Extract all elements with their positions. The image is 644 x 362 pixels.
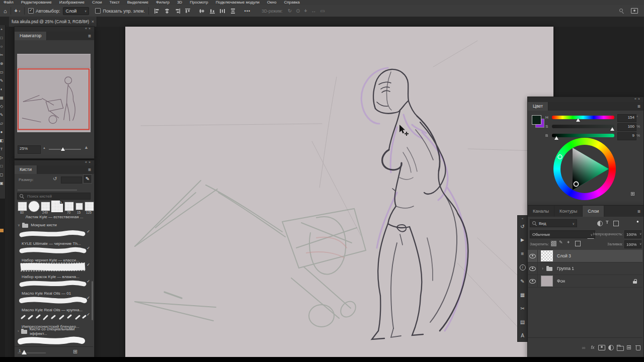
search-icon[interactable] bbox=[619, 9, 624, 13]
brightness-value-field[interactable]: 9 bbox=[617, 132, 636, 140]
distribute-h-button[interactable] bbox=[219, 8, 225, 14]
brush-tile[interactable] bbox=[85, 202, 94, 211]
opacity-field[interactable]: 100% bbox=[624, 230, 641, 238]
brush-angle-thumb[interactable] bbox=[22, 350, 27, 354]
filter-shape-layers-icon[interactable] bbox=[613, 221, 619, 226]
saturation-value-field[interactable]: 100 bbox=[617, 123, 636, 131]
hue-slider[interactable] bbox=[552, 116, 614, 119]
lock-artboard-icon[interactable] bbox=[575, 241, 581, 246]
lock-transparency-icon[interactable] bbox=[551, 241, 556, 246]
brush-item[interactable]: ✓ Масло Kyle Real Oils — крупна... bbox=[15, 295, 93, 311]
align-middle-v-button[interactable] bbox=[199, 8, 205, 14]
tab-navigator[interactable]: Навигатор bbox=[15, 32, 47, 40]
saturation-slider-thumb[interactable] bbox=[610, 127, 614, 131]
hue-slider-thumb[interactable] bbox=[576, 118, 580, 122]
move-tool-icon[interactable]: + bbox=[15, 8, 18, 14]
zoom-in-mountain-icon[interactable]: ▲ bbox=[84, 145, 89, 150]
tab-brushes[interactable]: Кисти bbox=[15, 165, 37, 174]
saturation-slider[interactable] bbox=[552, 125, 614, 128]
canvas-artboard[interactable] bbox=[125, 27, 553, 357]
close-icon[interactable]: × bbox=[638, 97, 641, 101]
menu-plugins[interactable]: Подключаемые модули bbox=[216, 0, 260, 5]
layer-name[interactable]: Группа 1 bbox=[557, 266, 574, 271]
panel-menu-icon[interactable]: ≡ bbox=[637, 104, 640, 109]
collapse-icon[interactable]: « bbox=[85, 160, 89, 164]
foreground-color-swatch[interactable] bbox=[532, 115, 541, 125]
color-wheel[interactable] bbox=[553, 138, 616, 200]
edit-brush-button[interactable]: ✎ bbox=[83, 174, 92, 184]
blend-mode-select[interactable]: Обычные ∨ bbox=[530, 230, 595, 238]
brush-list-scrollbar[interactable] bbox=[92, 281, 93, 320]
panel-menu-icon[interactable]: ≡ bbox=[88, 167, 91, 172]
brush-item[interactable]: ✓ Импрессионистский блендер... bbox=[15, 311, 93, 328]
visibility-toggle[interactable] bbox=[528, 250, 538, 262]
brush-size-field[interactable] bbox=[61, 176, 82, 184]
brush-item[interactable]: ✓ KYLE Ultimate — черчение Th... bbox=[15, 228, 93, 245]
menu-image[interactable]: Изображение bbox=[59, 0, 85, 5]
brush-item[interactable]: ✓ Набор чернил Kyle — класси... bbox=[15, 245, 93, 261]
add-mask-button[interactable] bbox=[597, 343, 606, 351]
filter-adjustment-layers-icon[interactable] bbox=[597, 221, 603, 226]
visibility-toggle[interactable] bbox=[528, 275, 538, 287]
link-layers-button[interactable]: ∞ bbox=[579, 343, 588, 351]
layer-thumbnail[interactable] bbox=[541, 250, 553, 261]
lock-paint-icon[interactable]: ✎ bbox=[559, 240, 563, 245]
expand-group-icon[interactable]: › bbox=[542, 266, 543, 271]
layer-row-layer3[interactable]: Слой 3 bbox=[528, 250, 642, 262]
foreground-color-swatch-sliver[interactable] bbox=[0, 229, 4, 232]
tools-panel[interactable]: +□○✂⊕▭✎ ◐▦◇✎▱●◧ T▷□◻▣ bbox=[0, 25, 6, 199]
align-center-h-button[interactable] bbox=[164, 8, 170, 14]
align-top-button[interactable] bbox=[185, 8, 191, 14]
new-layer-button[interactable]: ⊞ bbox=[624, 343, 633, 351]
clone-source-panel-icon[interactable]: ▦ bbox=[520, 288, 525, 302]
brush-tile[interactable] bbox=[18, 202, 27, 211]
brush-tile[interactable] bbox=[41, 202, 50, 211]
tool-preset-chevron-icon[interactable]: ∨ bbox=[19, 9, 21, 13]
brush-tile[interactable] bbox=[75, 203, 83, 210]
brush-item[interactable]: ✓ Набор красок Kyle — влажна... bbox=[15, 261, 93, 278]
brush-search-input[interactable] bbox=[26, 194, 84, 199]
menu-filter[interactable]: Фильтр bbox=[156, 0, 170, 5]
tab-color[interactable]: Цвет bbox=[528, 102, 548, 111]
fill-field[interactable]: 100% bbox=[624, 240, 641, 248]
layer-row-group1[interactable]: › Группа 1 bbox=[528, 262, 642, 275]
align-bottom-button[interactable] bbox=[209, 8, 215, 14]
brightness-slider[interactable] bbox=[552, 134, 614, 137]
panel-menu-icon[interactable]: ≡ bbox=[88, 33, 91, 39]
tool-presets-panel-icon[interactable]: ✂ bbox=[520, 302, 524, 315]
history-panel-icon[interactable]: ↺ bbox=[520, 220, 524, 233]
brush-settings-panel-icon[interactable]: ✎ bbox=[520, 275, 524, 288]
panel-menu-icon[interactable]: ≡ bbox=[637, 209, 640, 214]
glyphs-panel-icon[interactable]: А bbox=[521, 329, 524, 342]
filter-toggle-icon[interactable]: ● bbox=[636, 219, 639, 224]
brush-size-slider[interactable] bbox=[18, 190, 77, 191]
new-brush-button[interactable]: ⊞ bbox=[73, 348, 77, 355]
close-icon[interactable]: × bbox=[89, 27, 92, 30]
delete-layer-button[interactable] bbox=[633, 343, 642, 351]
collapse-icon[interactable]: « bbox=[634, 97, 638, 101]
filter-type-layers-icon[interactable]: T bbox=[606, 220, 609, 225]
new-group-button[interactable] bbox=[615, 343, 624, 351]
distribute-v-button[interactable] bbox=[230, 8, 236, 14]
more-options-button[interactable]: ••• bbox=[245, 9, 251, 14]
home-icon[interactable]: ⌂ bbox=[4, 8, 7, 14]
brush-folder-wet[interactable]: ∨ Мокрые кисти bbox=[15, 222, 93, 228]
menu-layers[interactable]: Слои bbox=[92, 0, 102, 5]
document-tab[interactable]: futa akula.psd @ 25% (Слой 3, RGB/8#) * … bbox=[9, 17, 97, 27]
menu-help[interactable]: Справка bbox=[284, 0, 299, 5]
actions-panel-icon[interactable]: ▶ bbox=[521, 233, 524, 247]
libraries-panel-icon[interactable]: ▤ bbox=[520, 315, 525, 329]
hue-value-field[interactable]: 154 bbox=[617, 114, 636, 122]
menu-file[interactable]: Файл bbox=[4, 0, 14, 5]
visibility-toggle[interactable] bbox=[528, 262, 538, 275]
menu-type[interactable]: Текст bbox=[109, 0, 119, 5]
zoom-out-mountain-icon[interactable]: ▲ bbox=[43, 146, 46, 149]
info-panel-icon[interactable]: i bbox=[520, 264, 526, 270]
tab-channels[interactable]: Каналы bbox=[528, 206, 554, 217]
navigator-zoom-slider-track[interactable] bbox=[49, 149, 81, 150]
menu-view[interactable]: Просмотр bbox=[190, 0, 208, 5]
navigator-zoom-slider-thumb[interactable] bbox=[61, 147, 65, 151]
autoselect-target-select[interactable]: Слой ∨ bbox=[63, 7, 89, 15]
show-transform-checkbox[interactable] bbox=[95, 8, 101, 14]
add-adjustment-button[interactable] bbox=[606, 343, 615, 351]
